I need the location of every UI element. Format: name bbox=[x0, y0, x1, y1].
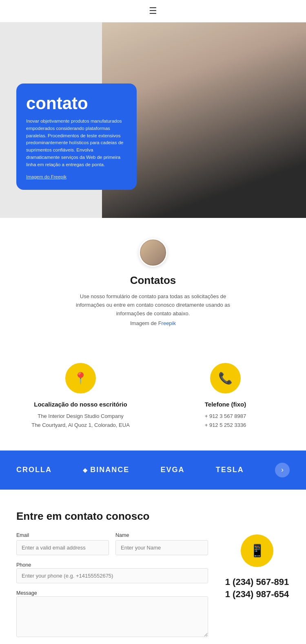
brand-crolla: CROLLA bbox=[16, 466, 52, 474]
contacts-title: Contatos bbox=[12, 274, 294, 287]
image-credit-prefix: Imagem de bbox=[130, 320, 158, 326]
phone-label: Phone bbox=[16, 562, 31, 568]
contacts-image-credit: Imagem de Freepik bbox=[12, 320, 294, 326]
email-input[interactable] bbox=[16, 540, 109, 555]
nav-bar: ☰ bbox=[0, 0, 306, 22]
hero-section: contato Inovar objetivamente produtos ma… bbox=[0, 22, 306, 218]
form-group-phone: Phone bbox=[16, 561, 208, 583]
contact-phone-number1: 1 (234) 567-891 bbox=[225, 576, 289, 589]
message-textarea[interactable] bbox=[16, 596, 208, 637]
form-section-title: Entre em contato conosco bbox=[16, 510, 208, 523]
brand-evga: EVGA bbox=[160, 466, 184, 474]
phone-input[interactable] bbox=[16, 568, 208, 583]
contacts-description: Use nosso formulário de contato para tod… bbox=[75, 292, 231, 318]
name-input[interactable] bbox=[115, 540, 208, 555]
form-right: 📱 1 (234) 567-891 1 (234) 987-654 bbox=[224, 510, 290, 601]
location-icon-circle: 📍 bbox=[65, 363, 96, 393]
email-label: Email bbox=[16, 532, 109, 538]
form-section: Entre em contato conosco Email Name Phon… bbox=[0, 490, 306, 644]
hero-card: contato Inovar objetivamente produtos ma… bbox=[16, 84, 137, 190]
location-card-text: The Interior Design Studio CompanyThe Co… bbox=[16, 412, 145, 430]
phone-card-title: Telefone (fixo) bbox=[161, 401, 290, 408]
name-label: Name bbox=[115, 532, 208, 538]
form-left: Entre em contato conosco Email Name Phon… bbox=[16, 510, 208, 644]
form-group-name: Name bbox=[115, 532, 208, 555]
contact-phone-icon-circle: 📱 bbox=[241, 534, 273, 567]
contact-phone-icon: 📱 bbox=[250, 543, 265, 558]
brands-next-button[interactable]: › bbox=[275, 463, 290, 477]
contact-phone-number2: 1 (234) 987-654 bbox=[225, 588, 289, 601]
hero-image-credit[interactable]: Imagem do Freepik bbox=[26, 174, 67, 179]
brand-tesla: TESLA bbox=[216, 466, 244, 474]
phone-icon: 📞 bbox=[218, 371, 233, 385]
contact-cards: 📍 Localização do nosso escritório The In… bbox=[0, 359, 306, 450]
form-group-email: Email bbox=[16, 532, 109, 555]
avatar-image bbox=[141, 240, 165, 265]
brands-banner: CROLLA BINANCE EVGA TESLA › bbox=[0, 451, 306, 490]
contact-card-phone: 📞 Telefone (fixo) + 912 3 567 8987+ 912 … bbox=[153, 359, 298, 434]
message-label: Message bbox=[16, 590, 37, 596]
hero-title: contato bbox=[26, 95, 127, 112]
location-icon: 📍 bbox=[73, 371, 88, 385]
hero-description: Inovar objetivamente produtos manufatura… bbox=[26, 118, 127, 169]
phone-icon-circle: 📞 bbox=[210, 363, 241, 393]
phone-card-text: + 912 3 567 8987+ 912 5 252 3336 bbox=[161, 412, 290, 430]
form-group-message: Message bbox=[16, 589, 208, 639]
contacts-section: Contatos Use nosso formulário de contato… bbox=[0, 218, 306, 359]
hamburger-icon[interactable]: ☰ bbox=[149, 6, 157, 16]
location-card-title: Localização do nosso escritório bbox=[16, 401, 145, 408]
avatar bbox=[139, 238, 167, 267]
contact-card-location: 📍 Localização do nosso escritório The In… bbox=[8, 359, 153, 434]
brand-binance: BINANCE bbox=[83, 466, 129, 474]
form-row-email-name: Email Name bbox=[16, 532, 208, 555]
freepik-link[interactable]: Freepik bbox=[158, 320, 176, 326]
